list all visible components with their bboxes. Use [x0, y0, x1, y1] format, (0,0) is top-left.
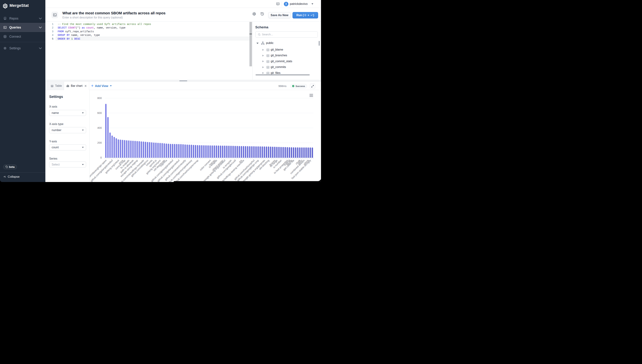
svg-text:600: 600	[97, 111, 102, 114]
svg-text:github.com/hashicorp/hcl: github.com/hashicorp/hcl	[234, 159, 255, 180]
svg-text:800: 800	[97, 96, 102, 100]
svg-text:200: 200	[97, 141, 102, 144]
svg-text:400: 400	[97, 126, 102, 129]
svg-text:0: 0	[100, 156, 102, 159]
